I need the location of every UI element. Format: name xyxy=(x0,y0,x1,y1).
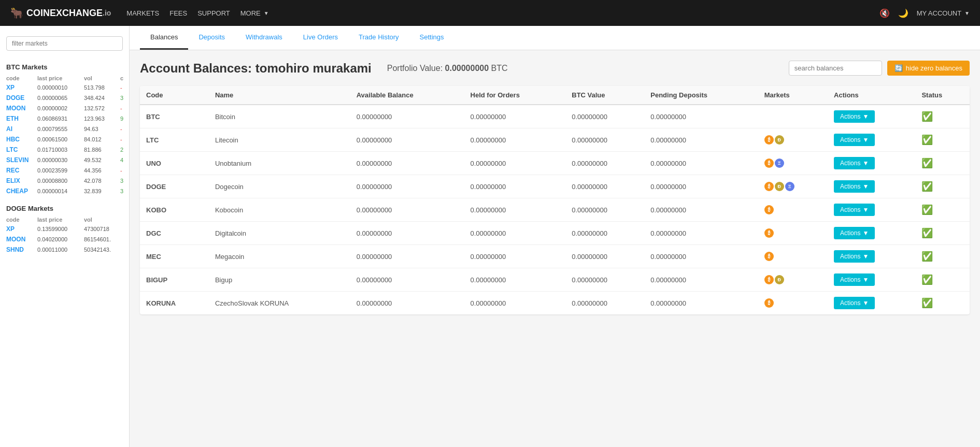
moon-icon[interactable]: 🌙 xyxy=(898,8,908,18)
coin-name: CzechoSlovak KORUNA xyxy=(209,292,350,315)
coin-code: KOBO xyxy=(140,198,209,222)
market-row[interactable]: SHND 0.00011000 50342143. xyxy=(0,244,129,255)
btc-market-icon: ₿ xyxy=(764,252,774,261)
coin-name: Digitalcoin xyxy=(209,222,350,245)
balance-controls: 🔄 hide zero balances xyxy=(789,61,970,76)
markets-cell: ₿Ð xyxy=(758,268,828,292)
doge-markets-header: code last price vol xyxy=(0,215,129,224)
market-price: 0.13599000 xyxy=(37,226,84,232)
actions-cell: Actions ▼ xyxy=(828,245,915,268)
market-row[interactable]: ELIX 0.00008800 42.078 3 xyxy=(0,176,129,186)
tab-balances[interactable]: Balances xyxy=(140,26,188,50)
btc-value: 0.00000000 xyxy=(565,245,644,268)
btc-market-icon: ₿ xyxy=(764,158,774,168)
nav-more[interactable]: MORE ▼ xyxy=(240,7,269,20)
market-row[interactable]: ETH 0.06086931 123.963 9 xyxy=(0,113,129,124)
tab-settings[interactable]: Settings xyxy=(409,26,455,50)
pending-deposits: 0.00000000 xyxy=(644,175,758,198)
btc-value: 0.00000000 xyxy=(565,268,644,292)
pending-deposits: 0.00000000 xyxy=(644,222,758,245)
market-row[interactable]: MOON 0.00000002 132.572 - xyxy=(0,103,129,113)
actions-button[interactable]: Actions ▼ xyxy=(834,227,875,239)
btc-value: 0.00000000 xyxy=(565,175,644,198)
actions-cell: Actions ▼ xyxy=(828,152,915,175)
doge-market-icon: Ð xyxy=(775,135,784,145)
market-vol: 84.012 xyxy=(84,136,120,142)
market-row[interactable]: SLEVIN 0.00000030 49.532 4 xyxy=(0,155,129,165)
market-code: MOON xyxy=(6,105,37,112)
hide-zero-balances-button[interactable]: 🔄 hide zero balances xyxy=(887,61,970,76)
actions-button[interactable]: Actions ▼ xyxy=(834,250,875,263)
chevron-down-icon: ▼ xyxy=(264,10,269,16)
coin-code: BIGUP xyxy=(140,268,209,292)
market-row[interactable]: XP 0.00000010 513.798 - xyxy=(0,82,129,93)
available-balance: 0.00000000 xyxy=(350,175,464,198)
refresh-icon: 🔄 xyxy=(894,64,903,72)
market-row[interactable]: LTC 0.01710003 81.886 2 xyxy=(0,145,129,155)
market-vol: 513.798 xyxy=(84,84,120,91)
coin-code: LTC xyxy=(140,128,209,152)
tab-withdrawals[interactable]: Withdrawals xyxy=(235,26,293,50)
filter-markets-input[interactable] xyxy=(6,36,123,51)
coin-code: DOGE xyxy=(140,175,209,198)
search-balances-input[interactable] xyxy=(789,61,882,76)
my-account-dropdown[interactable]: MY ACCOUNT ▼ xyxy=(917,9,970,17)
balances-tbody: BTC Bitcoin 0.00000000 0.00000000 0.0000… xyxy=(140,105,970,314)
tab-bar: Balances Deposits Withdrawals Live Order… xyxy=(130,26,980,50)
market-price: 0.00000030 xyxy=(37,157,84,163)
market-vol: 44.356 xyxy=(84,167,120,174)
market-change: - xyxy=(120,84,131,91)
markets-cell: ₿ xyxy=(758,198,828,222)
market-row[interactable]: CHEAP 0.00000014 32.839 3 xyxy=(0,186,129,196)
status-cell: ✅ xyxy=(915,222,970,245)
coin-name: Bigup xyxy=(209,268,350,292)
market-row[interactable]: HBC 0.00061500 84.012 - xyxy=(0,134,129,145)
nav-markets[interactable]: MARKETS xyxy=(126,7,159,20)
market-change: - xyxy=(120,167,131,174)
sidebar: BTC Markets code last price vol c XP 0.0… xyxy=(0,26,130,447)
actions-cell: Actions ▼ xyxy=(828,128,915,152)
market-row[interactable]: REC 0.00023599 44.356 - xyxy=(0,165,129,176)
caret-icon: ▼ xyxy=(862,136,869,143)
status-cell: ✅ xyxy=(915,105,970,128)
market-icons: ₿ xyxy=(764,228,821,238)
brand-logo[interactable]: 🐂 COINEXCHANGE .io xyxy=(10,7,111,19)
col-status: Status xyxy=(915,86,970,105)
market-change: 4 xyxy=(120,157,131,163)
btc-value: 0.00000000 xyxy=(565,105,644,128)
tab-live-orders[interactable]: Live Orders xyxy=(293,26,348,50)
balances-table: Code Name Available Balance Held for Ord… xyxy=(140,86,970,314)
nav-fees[interactable]: FEES xyxy=(169,7,187,20)
market-change: 3 xyxy=(120,95,131,101)
actions-button[interactable]: Actions ▼ xyxy=(834,157,875,169)
market-code: REC xyxy=(6,167,37,174)
available-balance: 0.00000000 xyxy=(350,198,464,222)
actions-button[interactable]: Actions ▼ xyxy=(834,110,875,123)
market-code: HBC xyxy=(6,136,37,143)
actions-button[interactable]: Actions ▼ xyxy=(834,180,875,193)
market-row[interactable]: XP 0.13599000 47300718 xyxy=(0,224,129,234)
held-orders: 0.00000000 xyxy=(464,105,566,128)
actions-button[interactable]: Actions ▼ xyxy=(834,297,875,309)
pending-deposits: 0.00000000 xyxy=(644,105,758,128)
market-icons: ₿Ξ xyxy=(764,158,821,168)
market-row[interactable]: MOON 0.04020000 86154601. xyxy=(0,234,129,244)
volume-icon[interactable]: 🔇 xyxy=(879,8,890,18)
nav-support[interactable]: SUPPORT xyxy=(197,7,230,20)
pending-deposits: 0.00000000 xyxy=(644,198,758,222)
actions-button[interactable]: Actions ▼ xyxy=(834,204,875,216)
pending-deposits: 0.00000000 xyxy=(644,245,758,268)
caret-icon: ▼ xyxy=(862,206,869,213)
tab-deposits[interactable]: Deposits xyxy=(188,26,235,50)
btc-markets-header: code last price vol c xyxy=(0,74,129,82)
actions-button[interactable]: Actions ▼ xyxy=(834,134,875,146)
brand-name: COINEXCHANGE xyxy=(26,8,103,19)
actions-button[interactable]: Actions ▼ xyxy=(834,273,875,286)
market-row[interactable]: DOGE 0.00000065 348.424 3 xyxy=(0,93,129,103)
brand-tld: .io xyxy=(103,9,111,17)
tab-trade-history[interactable]: Trade History xyxy=(348,26,409,50)
actions-cell: Actions ▼ xyxy=(828,222,915,245)
actions-cell: Actions ▼ xyxy=(828,292,915,315)
caret-icon: ▼ xyxy=(862,113,869,120)
market-row[interactable]: AI 0.00079555 94.63 - xyxy=(0,124,129,134)
